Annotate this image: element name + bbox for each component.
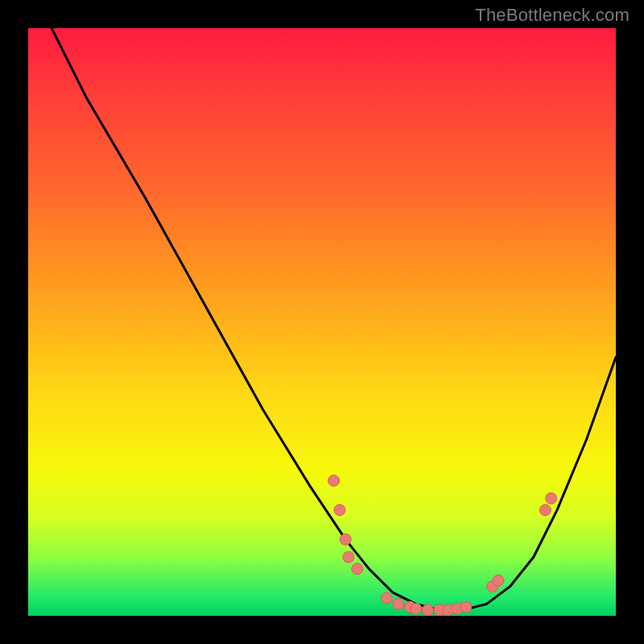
data-marker — [546, 493, 557, 504]
data-marker — [393, 598, 404, 609]
data-marker — [381, 592, 392, 604]
data-marker — [493, 575, 504, 586]
watermark-text: TheBottleneck.com — [475, 5, 630, 26]
data-marker — [352, 564, 363, 575]
data-marker — [343, 551, 354, 563]
data-marker — [340, 534, 351, 545]
data-marker — [460, 601, 472, 613]
data-marker — [411, 603, 422, 614]
data-marker — [334, 505, 345, 516]
chart-svg — [28, 28, 616, 616]
plot-area — [28, 28, 616, 616]
chart-frame: TheBottleneck.com — [0, 0, 644, 644]
data-marker — [422, 605, 433, 616]
data-marker — [328, 475, 340, 486]
data-marker — [539, 505, 551, 516]
bottleneck-curve — [52, 28, 616, 610]
